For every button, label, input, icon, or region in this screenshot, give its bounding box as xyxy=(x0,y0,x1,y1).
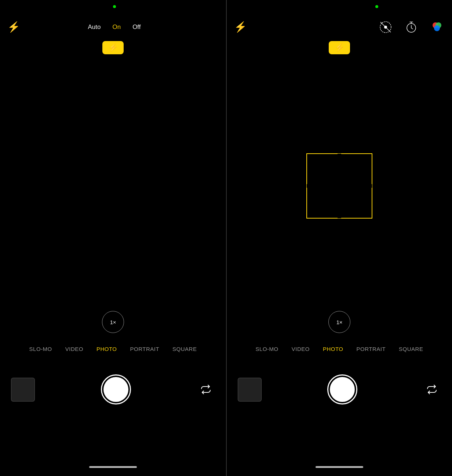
mode-slo-mo-right[interactable]: SLO-MO xyxy=(249,343,285,355)
live-photo-off-icon xyxy=(379,21,392,34)
mode-photo-left[interactable]: PHOTO xyxy=(90,343,124,355)
shutter-inner-right xyxy=(330,377,355,402)
flash-badge-left[interactable]: ⚡ xyxy=(102,41,124,54)
focus-rectangle xyxy=(306,153,372,219)
shutter-inner-left xyxy=(103,377,128,402)
mode-video-left[interactable]: VIDEO xyxy=(59,343,90,355)
zoom-button-right[interactable]: 1× xyxy=(328,311,350,333)
shutter-button-left[interactable] xyxy=(101,374,131,404)
mode-square-right[interactable]: SQUARE xyxy=(392,343,430,355)
mode-slo-mo-left[interactable]: SLO-MO xyxy=(23,343,59,355)
flip-camera-icon-right xyxy=(424,382,439,397)
flip-camera-button-right[interactable] xyxy=(423,380,441,399)
flash-options: Auto On Off xyxy=(88,23,141,31)
timer-icon xyxy=(405,21,418,34)
header-bar-right: ⚡ xyxy=(227,16,452,38)
flip-camera-icon-left xyxy=(198,382,213,397)
flash-option-auto[interactable]: Auto xyxy=(88,23,101,31)
left-panel: ⚡ Auto On Off ⚡ 1× SLO-MO VIDEO PHOTO PO… xyxy=(0,0,226,476)
flash-badge-icon-right: ⚡ xyxy=(335,43,345,52)
mode-portrait-left[interactable]: PORTRAIT xyxy=(124,343,166,355)
svg-point-6 xyxy=(434,25,440,31)
flash-icon-left[interactable]: ⚡ xyxy=(7,22,20,32)
zoom-label-right: 1× xyxy=(336,319,343,325)
flash-option-on[interactable]: On xyxy=(112,23,121,31)
mode-photo-right[interactable]: PHOTO xyxy=(316,343,350,355)
thumbnail-right[interactable] xyxy=(238,378,262,402)
flip-camera-button-left[interactable] xyxy=(197,380,215,399)
mode-selector-left: SLO-MO VIDEO PHOTO PORTRAIT SQUARE xyxy=(0,343,226,355)
status-dot-right xyxy=(375,5,378,8)
live-photo-off-button[interactable] xyxy=(378,19,393,35)
header-bar-left: ⚡ Auto On Off xyxy=(0,16,226,38)
flash-badge-right[interactable]: ⚡ xyxy=(329,41,350,54)
flash-badge-icon-left: ⚡ xyxy=(108,43,118,52)
svg-line-2 xyxy=(380,22,391,32)
thumbnail-left[interactable] xyxy=(11,378,35,402)
mode-square-left[interactable]: SQUARE xyxy=(166,343,203,355)
home-indicator-right xyxy=(316,466,363,468)
focus-rect-cut-left xyxy=(307,184,307,188)
shutter-button-right[interactable] xyxy=(327,374,357,404)
bottom-controls-right xyxy=(227,374,452,404)
color-palette-icon xyxy=(430,21,444,34)
status-dot xyxy=(113,5,116,8)
header-right-icons xyxy=(378,19,445,35)
focus-rect-cut-right xyxy=(371,184,372,188)
mode-portrait-right[interactable]: PORTRAIT xyxy=(350,343,393,355)
zoom-label-left: 1× xyxy=(110,319,116,325)
bottom-controls-left xyxy=(0,374,226,404)
right-panel: ⚡ xyxy=(226,0,452,476)
flash-option-off[interactable]: Off xyxy=(132,23,141,31)
home-indicator-left xyxy=(89,466,137,468)
mode-selector-right: SLO-MO VIDEO PHOTO PORTRAIT SQUARE xyxy=(227,343,452,355)
zoom-button-left[interactable]: 1× xyxy=(102,311,124,333)
mode-video-right[interactable]: VIDEO xyxy=(285,343,316,355)
timer-button[interactable] xyxy=(404,19,419,35)
color-palette-button[interactable] xyxy=(429,19,445,35)
flash-icon-right[interactable]: ⚡ xyxy=(234,22,247,32)
